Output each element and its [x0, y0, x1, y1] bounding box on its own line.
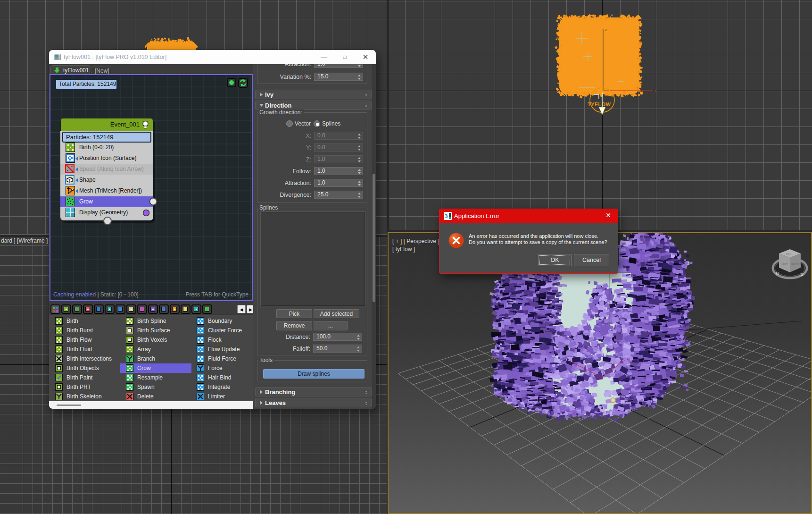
svg-text:N: N [776, 271, 779, 276]
svg-text:FRONT: FRONT [791, 263, 801, 266]
svg-text:x: x [627, 357, 629, 362]
svg-text:TYFLOW: TYFLOW [588, 101, 611, 107]
svg-text:LEFT: LEFT [781, 263, 788, 266]
svg-text:S: S [801, 272, 804, 277]
svg-text:z: z [605, 27, 607, 32]
svg-text:x: x [655, 88, 657, 93]
svg-text:y: y [570, 358, 572, 362]
svg-text:3: 3 [445, 212, 448, 219]
svg-text:TOP: TOP [786, 253, 791, 255]
